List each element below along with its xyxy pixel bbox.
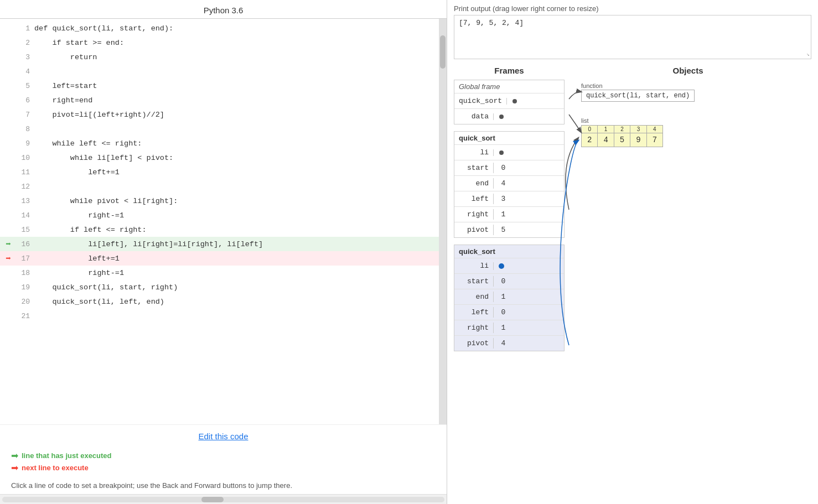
frame-var-qs2-start: start xyxy=(454,276,493,287)
line-code-19: quick_sort(li, start, right) xyxy=(34,283,439,292)
line-number-19: 19 xyxy=(17,283,34,292)
frame-val-qs2-pivot: 4 xyxy=(493,338,513,349)
frame-row-qs2-li: li xyxy=(454,258,564,273)
frame-row-qs1-pivot: pivot 5 xyxy=(454,222,564,237)
line-number-17: 17 xyxy=(17,254,34,263)
legend-green: ➡ line that has just executed xyxy=(11,450,436,461)
frame-row-qs2-left: left 0 xyxy=(454,304,564,320)
legend-green-text: line that has just executed xyxy=(22,451,112,460)
h-scrollbar-track[interactable] xyxy=(2,497,444,502)
frame-var-qs2-right: right xyxy=(454,323,493,333)
list-index-3: 3 xyxy=(630,126,646,133)
line-number-18: 18 xyxy=(17,269,34,277)
code-line-9[interactable]: 9 while left <= right: xyxy=(0,136,439,150)
line-code-6: right=end xyxy=(34,96,439,105)
pointer-dot-icon xyxy=(512,99,517,103)
code-line-15[interactable]: 15 if left <= right: xyxy=(0,222,439,237)
objects-label: Objects xyxy=(565,66,811,75)
left-panel: Python 3.6 1def quick_sort(li, start, en… xyxy=(0,0,447,504)
frames-label: Frames xyxy=(454,66,565,75)
frame-var-qs2-end: end xyxy=(454,292,493,302)
print-output-value: [7, 9, 5, 2, 4] xyxy=(459,19,524,27)
frame-row-qs1-end: end 4 xyxy=(454,175,564,191)
list-index-0: 0 xyxy=(582,126,597,133)
edit-link[interactable]: Edit this code xyxy=(198,432,248,441)
function-type-label: function xyxy=(581,82,695,89)
line-number-20: 20 xyxy=(17,298,34,306)
frame-row-qs2-right: right 1 xyxy=(454,320,564,335)
frame-row-qs1-right: right 1 xyxy=(454,206,564,222)
code-line-6[interactable]: 6 right=end xyxy=(0,93,439,107)
frame-var-qs1-start: start xyxy=(454,163,493,173)
frame-row-qs2-start: start 0 xyxy=(454,273,564,289)
code-line-1[interactable]: 1def quick_sort(li, start, end): xyxy=(0,21,439,35)
code-line-11[interactable]: 11 left+=1 xyxy=(0,165,439,179)
frame-pointer-qs1-li xyxy=(493,149,509,156)
code-line-2[interactable]: 2 if start >= end: xyxy=(0,35,439,50)
frame-var-qs1-li: li xyxy=(454,147,493,158)
frame-title-qs2: quick_sort xyxy=(454,245,564,258)
frame-pointer-quick_sort xyxy=(506,98,522,105)
line-code-11: left+=1 xyxy=(34,168,439,176)
legend-green-arrow-icon: ➡ xyxy=(11,450,18,461)
code-line-13[interactable]: 13 while pivot < li[right]: xyxy=(0,194,439,208)
list-index-4: 4 xyxy=(647,126,662,133)
frames-col: Global frame quick_sort data quick_sort xyxy=(454,80,565,412)
legend-area: ➡ line that has just executed ➡ next lin… xyxy=(0,446,447,479)
frame-row-qs1-li: li xyxy=(454,144,564,160)
frame-var-quick_sort: quick_sort xyxy=(454,96,506,106)
frame-title-qs1: quick_sort xyxy=(454,132,564,144)
vertical-scrollbar[interactable] xyxy=(439,19,447,424)
code-line-20[interactable]: 20 quick_sort(li, left, end) xyxy=(0,294,439,309)
line-code-18: right-=1 xyxy=(34,269,439,277)
code-line-19[interactable]: 19 quick_sort(li, start, right) xyxy=(0,280,439,294)
frame-var-qs1-left: left xyxy=(454,194,493,204)
code-line-7[interactable]: 7 pivot=li[(left+right)//2] xyxy=(0,107,439,122)
line-code-1: def quick_sort(li, start, end): xyxy=(34,24,439,33)
code-line-8[interactable]: 8 xyxy=(0,122,439,136)
frame-row-quick_sort: quick_sort xyxy=(454,93,564,108)
list-value-4: 7 xyxy=(647,133,662,147)
line-number-9: 9 xyxy=(17,139,34,148)
code-line-10[interactable]: 10 while li[left] < pivot: xyxy=(0,150,439,165)
list-object: list 0214253947 xyxy=(581,117,663,147)
resize-handle-icon[interactable]: ↘ xyxy=(806,51,810,58)
list-cell-4: 47 xyxy=(647,126,662,147)
frame-var-qs1-right: right xyxy=(454,209,493,220)
code-line-5[interactable]: 5 left=start xyxy=(0,79,439,93)
line-number-11: 11 xyxy=(17,168,34,176)
frame-row-qs2-pivot: pivot 4 xyxy=(454,335,564,351)
legend-red-arrow-icon: ➡ xyxy=(11,463,18,473)
frame-val-qs1-end: 4 xyxy=(493,178,513,189)
edit-link-area: Edit this code xyxy=(0,424,447,446)
list-cell-3: 39 xyxy=(630,126,646,147)
code-line-16[interactable]: ➡16 li[left], li[right]=li[right], li[le… xyxy=(0,237,439,251)
frame-pointer-qs2-li xyxy=(493,262,509,270)
line-number-1: 1 xyxy=(17,24,34,33)
h-scrollbar-thumb[interactable] xyxy=(201,497,224,502)
legend-red-text: next line to execute xyxy=(22,464,89,472)
scrollbar-thumb[interactable] xyxy=(440,35,446,69)
frame-var-qs2-li: li xyxy=(454,261,493,271)
arrow-col-16: ➡ xyxy=(0,238,17,250)
code-line-14[interactable]: 14 right-=1 xyxy=(0,208,439,222)
code-line-21[interactable]: 21 xyxy=(0,309,439,323)
red-arrow-icon: ➡ xyxy=(6,254,11,264)
line-code-17: left+=1 xyxy=(34,254,439,263)
arrow-col-17: ➡ xyxy=(0,253,17,264)
line-number-2: 2 xyxy=(17,39,34,47)
code-line-18[interactable]: 18 right-=1 xyxy=(0,266,439,280)
print-output-box: [7, 9, 5, 2, 4] ↘ xyxy=(454,15,811,59)
frame-var-qs1-pivot: pivot xyxy=(454,225,493,235)
frame-val-qs1-right: 1 xyxy=(493,209,513,220)
code-line-4[interactable]: 4 xyxy=(0,64,439,79)
code-line-12[interactable]: 12 xyxy=(0,179,439,194)
function-name: quick_sort(li, start, end) xyxy=(581,90,695,102)
code-line-3[interactable]: 3 return xyxy=(0,50,439,64)
horizontal-scrollbar[interactable] xyxy=(0,494,447,504)
line-number-12: 12 xyxy=(17,183,34,191)
line-number-7: 7 xyxy=(17,111,34,119)
right-panel: Print output (drag lower right corner to… xyxy=(447,0,818,504)
function-object: function quick_sort(li, start, end) xyxy=(581,82,695,102)
code-line-17[interactable]: ➡17 left+=1 xyxy=(0,251,439,266)
